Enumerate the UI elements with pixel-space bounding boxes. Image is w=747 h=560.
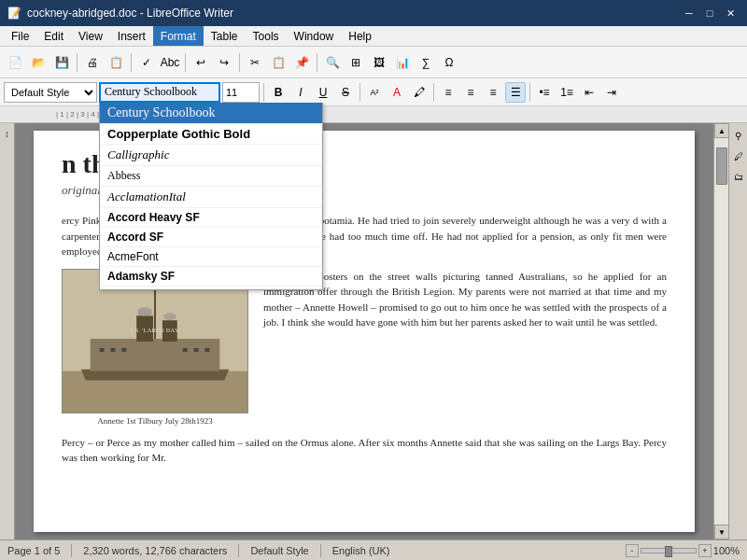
side-tools-panel: ⚲ 🖊 🗂 bbox=[728, 123, 747, 539]
font-option-accord-sf[interactable]: Accord SF bbox=[100, 228, 322, 247]
minimize-button[interactable]: ─ bbox=[680, 4, 698, 22]
italic-button[interactable]: I bbox=[290, 82, 311, 103]
special-char-button[interactable]: Ω bbox=[438, 51, 460, 74]
find-button[interactable]: 🔍 bbox=[321, 51, 344, 74]
gallery-button[interactable]: 🗂 bbox=[730, 168, 747, 185]
menu-view[interactable]: View bbox=[71, 26, 110, 46]
table-button[interactable]: ⊞ bbox=[345, 51, 367, 74]
align-right-button[interactable]: ≡ bbox=[483, 82, 503, 103]
svg-point-6 bbox=[137, 307, 152, 316]
text-column: There were posters on the street walls p… bbox=[263, 269, 667, 426]
align-center-button[interactable]: ≡ bbox=[460, 82, 481, 103]
zoom-in-button[interactable]: + bbox=[698, 544, 712, 557]
document-para2: There were posters on the street walls p… bbox=[263, 269, 667, 330]
vertical-scrollbar: ▲ ▼ bbox=[713, 123, 728, 539]
font-selector[interactable]: Century Schoolbook bbox=[99, 82, 220, 103]
menu-insert[interactable]: Insert bbox=[110, 26, 153, 46]
strikethrough-button[interactable]: S bbox=[335, 82, 356, 103]
scroll-down-button[interactable]: ▼ bbox=[714, 525, 729, 539]
align-left-button[interactable]: ≡ bbox=[438, 82, 458, 103]
font-option-adamsky[interactable]: Adamsky SF bbox=[100, 267, 322, 287]
svg-rect-3 bbox=[91, 339, 220, 371]
zoom-slider[interactable] bbox=[641, 548, 697, 553]
font-dropdown-list: Century Schoolbook Copperplate Gothic Bo… bbox=[99, 103, 323, 290]
statusbar: Page 1 of 5 2,320 words, 12,766 characte… bbox=[0, 539, 747, 560]
font-option-acmefont[interactable]: AcmeFont bbox=[100, 247, 322, 267]
list-number-button[interactable]: 1≡ bbox=[557, 82, 577, 103]
autocorrect-button[interactable]: Abc bbox=[159, 51, 181, 74]
svg-rect-14 bbox=[194, 347, 199, 351]
titlebar: 📝 cockney-abridged.doc - LibreOffice Wri… bbox=[0, 0, 747, 26]
insert-chart-button[interactable]: 📊 bbox=[391, 51, 414, 74]
ship-image: S.S. 'LARGS BAY' bbox=[62, 269, 248, 413]
app-icon: 📝 bbox=[7, 7, 21, 20]
language-status: English (UK) bbox=[332, 545, 390, 556]
menu-file[interactable]: File bbox=[4, 26, 36, 46]
font-option-copperplate[interactable]: Copperplate Gothic Bold bbox=[100, 124, 322, 145]
menu-table[interactable]: Table bbox=[204, 26, 246, 46]
paste-button[interactable]: 📌 bbox=[290, 51, 313, 74]
zoom-slider-thumb[interactable] bbox=[665, 546, 672, 557]
insert-image-button[interactable]: 🖼 bbox=[368, 51, 390, 74]
font-size-input[interactable] bbox=[222, 82, 260, 103]
redo-button[interactable]: ↪ bbox=[213, 51, 235, 74]
document-para3: Percy – or Perce as my mother called him… bbox=[62, 435, 667, 466]
menubar: File Edit View Insert Format Table Tools… bbox=[0, 26, 747, 47]
image-column: S.S. 'LARGS BAY' Annette 1st Tilbury Jul… bbox=[62, 269, 248, 426]
style-dropdown[interactable]: Default Style bbox=[4, 82, 97, 103]
superscript-button[interactable]: A² bbox=[364, 82, 385, 103]
font-option-abbess[interactable]: Abbess bbox=[100, 166, 322, 187]
left-panel: ↕ bbox=[0, 123, 15, 539]
font-option-addled[interactable]: Addled bbox=[100, 287, 322, 289]
copy-button[interactable]: 📋 bbox=[267, 51, 289, 74]
font-option-calligraphic[interactable]: Calligraphic bbox=[100, 145, 322, 166]
indent-increase-button[interactable]: ⇥ bbox=[601, 82, 622, 103]
svg-rect-15 bbox=[204, 347, 209, 351]
page-status: Page 1 of 5 bbox=[7, 545, 60, 556]
bold-button[interactable]: B bbox=[268, 82, 289, 103]
insert-formula-button[interactable]: ∑ bbox=[415, 51, 437, 74]
svg-rect-11 bbox=[110, 347, 115, 351]
underline-button[interactable]: U bbox=[313, 82, 333, 103]
ship-svg: S.S. 'LARGS BAY' bbox=[63, 269, 247, 413]
pdf-button[interactable]: 📋 bbox=[105, 51, 127, 74]
highlight-button[interactable]: 🖍 bbox=[409, 82, 430, 103]
navigator-button[interactable]: ⚲ bbox=[730, 127, 747, 144]
svg-text:S.S. 'LARGS BAY': S.S. 'LARGS BAY' bbox=[130, 327, 180, 333]
menu-help[interactable]: Help bbox=[341, 26, 379, 46]
list-bullet-button[interactable]: •≡ bbox=[534, 82, 555, 103]
svg-rect-12 bbox=[121, 347, 126, 351]
open-button[interactable]: 📂 bbox=[27, 51, 49, 74]
svg-rect-13 bbox=[183, 347, 188, 351]
align-justify-button[interactable]: ☰ bbox=[505, 82, 526, 103]
menu-window[interactable]: Window bbox=[287, 26, 342, 46]
word-count: 2,320 words, 12,766 characters bbox=[83, 545, 227, 556]
zoom-level: 100% bbox=[713, 545, 740, 556]
window-title: cockney-abridged.doc - LibreOffice Write… bbox=[27, 7, 233, 20]
font-option-acclamationital[interactable]: AcclamationItal bbox=[100, 187, 322, 208]
print-button[interactable]: 🖨 bbox=[81, 51, 104, 74]
maximize-button[interactable]: □ bbox=[700, 4, 719, 22]
format-toolbar: Default Style Century Schoolbook Century… bbox=[0, 78, 747, 106]
zoom-out-button[interactable]: - bbox=[626, 544, 639, 557]
menu-edit[interactable]: Edit bbox=[36, 26, 71, 46]
style-status: Default Style bbox=[250, 545, 308, 556]
scrollbar-thumb[interactable] bbox=[716, 147, 727, 185]
font-color-button[interactable]: A bbox=[387, 82, 407, 103]
scrollbar-track[interactable] bbox=[714, 138, 728, 525]
scroll-up-button[interactable]: ▲ bbox=[714, 123, 729, 138]
font-dropdown-container: Century Schoolbook Century Schoolbook Co… bbox=[99, 82, 220, 103]
font-option-century-schoolbook[interactable]: Century Schoolbook bbox=[100, 103, 322, 124]
menu-format[interactable]: Format bbox=[153, 26, 204, 46]
new-button[interactable]: 📄 bbox=[4, 51, 26, 74]
spellcheck-button[interactable]: ✓ bbox=[135, 51, 158, 74]
close-button[interactable]: ✕ bbox=[721, 4, 740, 22]
styles-button[interactable]: 🖊 bbox=[730, 147, 747, 164]
menu-tools[interactable]: Tools bbox=[246, 26, 287, 46]
font-option-accord-heavy[interactable]: Accord Heavy SF bbox=[100, 208, 322, 228]
save-button[interactable]: 💾 bbox=[50, 51, 73, 74]
window-controls: ─ □ ✕ bbox=[680, 4, 740, 22]
indent-decrease-button[interactable]: ⇤ bbox=[579, 82, 599, 103]
undo-button[interactable]: ↩ bbox=[190, 51, 212, 74]
cut-button[interactable]: ✂ bbox=[244, 51, 266, 74]
